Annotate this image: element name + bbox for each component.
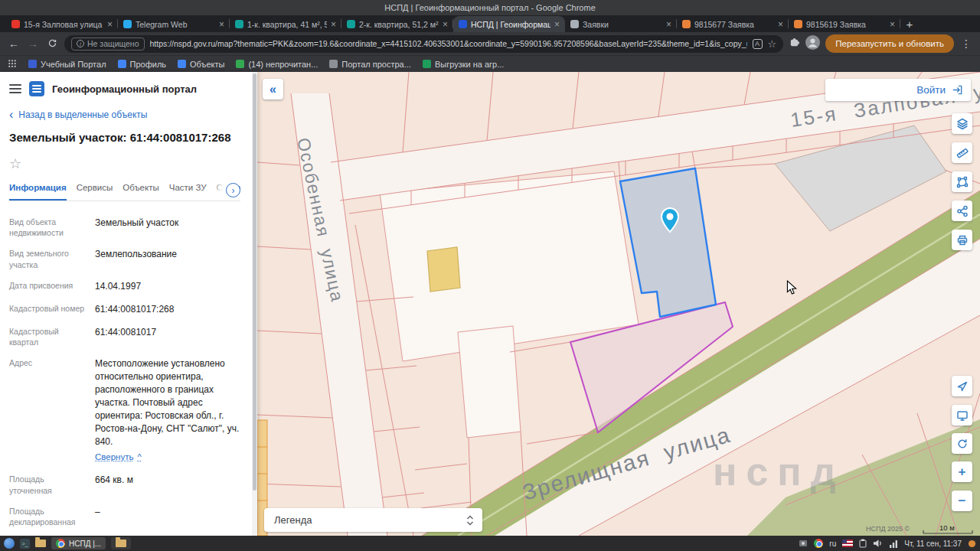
tab-close-icon[interactable]: × (331, 20, 336, 29)
translate-icon[interactable]: A (753, 39, 763, 49)
apps-grid-icon[interactable] (8, 57, 17, 71)
map-canvas[interactable]: нспд 15-я Залповая ул Особенная улица Зр… (257, 72, 980, 536)
locate-icon[interactable] (952, 376, 972, 396)
bookmarks-bar: Учебный Портал Профиль Объекты (14) непр… (0, 55, 980, 72)
collapse-panel-button[interactable]: « (263, 79, 283, 99)
field-row: Площадь декларированная– (9, 506, 240, 527)
measure-area-icon[interactable] (952, 171, 972, 192)
start-menu-icon[interactable] (4, 538, 15, 549)
bookmark-icon (423, 60, 431, 68)
tab-close-icon[interactable]: × (554, 20, 560, 29)
browser-tab[interactable]: Telegram Web× (118, 16, 230, 32)
yellow-parcel[interactable] (427, 247, 460, 292)
share-icon[interactable] (952, 201, 972, 221)
window-titlebar: НСПД | Геоинформационный портал - Google… (0, 0, 980, 15)
reset-view-icon[interactable] (952, 433, 972, 454)
zoom-in-button[interactable]: + (952, 461, 972, 482)
restart-update-button[interactable]: Перезапустить и обновить (825, 34, 954, 53)
field-row-address: Адрес Местоположение установлено относит… (9, 357, 240, 464)
favorite-star-icon[interactable]: ☆ (9, 155, 240, 172)
sidebar-scrollbar[interactable] (252, 72, 257, 536)
fullscreen-icon[interactable] (952, 405, 972, 425)
bookmark-star-icon[interactable]: ☆ (768, 38, 777, 50)
app-logo-icon (29, 81, 44, 96)
clipboard-icon[interactable] (859, 539, 867, 548)
extensions-icon[interactable] (789, 37, 800, 51)
tab-favicon (347, 20, 355, 28)
tab-close-icon[interactable]: × (219, 20, 224, 29)
browser-tab[interactable]: 15-я Залповая улица — Я× (6, 16, 118, 32)
back-to-selected-link[interactable]: ‹ Назад в выделенные объекты (9, 109, 240, 121)
scrollbar-thumb[interactable] (253, 73, 256, 491)
field-row: Кадастровый номер61:44:0081017:268 (9, 303, 240, 316)
tab-information[interactable]: Информация (9, 183, 67, 201)
legend-dropdown[interactable]: Легенда (264, 508, 482, 532)
app-title: Геоинформационный портал (52, 83, 197, 95)
language-indicator[interactable]: ru (829, 540, 836, 548)
back-icon[interactable]: ← (7, 38, 21, 49)
url-text[interactable]: https://nspd.gov.ru/map?thematic=PKK&zoo… (150, 39, 747, 48)
keyboard-flag-icon[interactable] (842, 540, 853, 547)
ruler-icon[interactable] (952, 142, 972, 163)
tab-close-icon[interactable]: × (107, 20, 113, 29)
browser-menu-icon[interactable]: ⋮ (959, 38, 973, 49)
bookmark-item[interactable]: Профиль (118, 60, 167, 69)
browser-tab[interactable]: 9815677 Заявка× (677, 16, 789, 32)
reload-icon[interactable] (45, 38, 59, 50)
browser-toolbar: ← → i Не защищено https://nspd.gov.ru/ma… (0, 32, 980, 55)
tab-favicon (794, 20, 802, 28)
notifications-icon[interactable] (968, 540, 976, 548)
tab-objects[interactable]: Объекты (122, 183, 158, 201)
security-chip[interactable]: i Не защищено (71, 37, 145, 51)
tab-favicon (570, 20, 579, 28)
forward-icon[interactable]: → (26, 38, 40, 49)
bookmark-item[interactable]: Портал простра... (329, 60, 411, 69)
tab-strip: 15-я Залповая улица — Я× Telegram Web× 1… (0, 15, 980, 32)
volume-icon[interactable] (873, 539, 883, 548)
info-tabs: Информация Сервисы Объекты Части ЗУ Сост… (9, 183, 240, 201)
tab-services[interactable]: Сервисы (77, 183, 113, 201)
taskbar-clock[interactable]: Чт, 11 сен, 11:37 (904, 540, 962, 548)
browser-tab[interactable]: 1-к. квартира, 41 м², 5/10× (230, 16, 341, 32)
chrome-icon (56, 539, 65, 548)
bookmark-item[interactable]: (14) непрочитан... (236, 60, 318, 69)
zoom-out-button[interactable]: − (952, 491, 972, 511)
screenshot-tool-icon[interactable] (799, 539, 808, 548)
new-tab-button[interactable]: + (900, 16, 919, 32)
bookmark-item[interactable]: Учебный Портал (28, 60, 106, 69)
profile-avatar[interactable] (805, 35, 820, 53)
address-bar[interactable]: i Не защищено https://nspd.gov.ru/map?th… (64, 35, 783, 53)
light-parcel (458, 326, 521, 438)
bookmark-item[interactable]: Выгрузки на агр... (423, 60, 504, 69)
attributes-list: Вид объекта недвижимостиЗемельный участо… (9, 217, 240, 536)
terminal-icon[interactable]: >_ (20, 539, 30, 549)
bookmark-icon (178, 60, 186, 68)
object-info-panel: Геоинформационный портал ‹ Назад в выдел… (0, 72, 257, 536)
cadastral-map[interactable]: нспд 15-я Залповая ул Особенная улица Зр… (257, 72, 980, 536)
layers-icon[interactable] (952, 113, 972, 134)
tab-close-icon[interactable]: × (890, 20, 895, 29)
chrome-tray-icon[interactable] (814, 539, 823, 548)
files-icon[interactable] (35, 540, 46, 547)
map-copyright: НСПД 2025 © (866, 525, 910, 533)
login-bar[interactable]: Войти (825, 79, 971, 101)
collapse-address-link[interactable]: Свернуть^ (95, 451, 142, 463)
network-icon[interactable] (889, 540, 898, 548)
taskbar-active-window[interactable]: НСПД |... (51, 537, 106, 549)
browser-tab[interactable]: 9815619 Заявка× (789, 16, 900, 32)
bookmark-item[interactable]: Объекты (178, 60, 224, 69)
page-title: Земельный участок: 61:44:0081017:268 (9, 131, 240, 144)
tab-close-icon[interactable]: × (778, 20, 783, 29)
login-exit-icon (952, 84, 963, 96)
browser-tab[interactable]: Заявки× (565, 16, 677, 32)
taskbar-window[interactable] (111, 537, 131, 549)
browser-tab[interactable]: 2-к. квартира, 51,2 м², 4/× (341, 16, 453, 32)
field-row: Кадастровый квартал61:44:0081017 (9, 326, 240, 347)
hamburger-menu-icon[interactable] (9, 84, 21, 93)
tab-close-icon[interactable]: × (666, 20, 671, 29)
tab-parts[interactable]: Части ЗУ (169, 183, 207, 201)
more-tabs-button[interactable]: › (226, 183, 240, 197)
browser-tab-active[interactable]: НСПД | Геоинформацион× (453, 16, 565, 32)
tab-close-icon[interactable]: × (443, 20, 448, 29)
print-icon[interactable] (952, 230, 972, 250)
